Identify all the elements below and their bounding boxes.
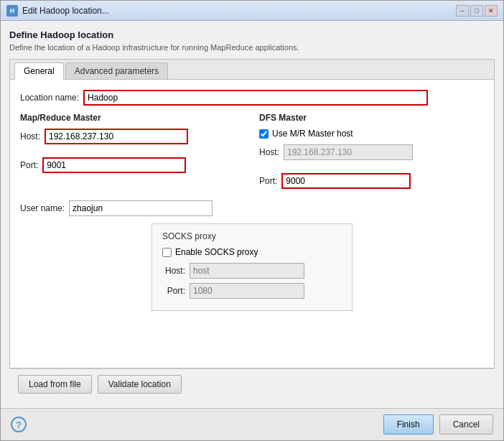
mr-master-title: Map/Reduce Master (20, 113, 245, 123)
mr-port-input[interactable] (42, 157, 186, 173)
master-columns: Map/Reduce Master Host: Port: (20, 113, 484, 196)
username-row: User name: (20, 200, 484, 216)
dfs-master-section: DFS Master Use M/R Master host Host: P (259, 113, 484, 196)
maximize-button[interactable]: □ (470, 5, 483, 17)
mr-host-row: Host: (20, 129, 245, 144)
socks-host-row: Host: (162, 263, 342, 279)
validate-location-button[interactable]: Validate location (98, 375, 182, 394)
tab-advanced[interactable]: Advanced parameters (65, 62, 168, 79)
socks-proxy-section: SOCKS proxy Enable SOCKS proxy Host: Por… (151, 223, 353, 311)
footer: ? Finish Cancel (1, 408, 503, 440)
dialog-title: Define Hadoop location (9, 29, 495, 40)
use-mr-host-checkbox[interactable] (259, 129, 269, 139)
dfs-host-label: Host: (259, 147, 279, 157)
location-name-row: Location name: (20, 90, 484, 106)
enable-socks-label: Enable SOCKS proxy (175, 247, 258, 257)
close-button[interactable]: ✕ (485, 5, 498, 17)
minimize-button[interactable]: − (456, 5, 469, 17)
dfs-host-port: Host: Port: (259, 144, 484, 196)
dfs-master-title: DFS Master (259, 113, 484, 123)
finish-button[interactable]: Finish (383, 414, 434, 435)
tabs-panel: General Advanced parameters Location nam… (9, 59, 495, 368)
dfs-port-row: Port: (259, 173, 484, 189)
socks-host-input[interactable] (190, 263, 304, 279)
main-window: H Edit Hadoop location... − □ ✕ Define H… (0, 0, 504, 441)
cancel-button[interactable]: Cancel (439, 414, 493, 435)
load-from-file-button[interactable]: Load from file (18, 375, 92, 394)
dfs-host-row: Host: (259, 144, 484, 160)
mr-host-input[interactable] (45, 129, 188, 144)
tab-general-content: Location name: Map/Reduce Master Host: (10, 80, 494, 368)
dfs-host-input[interactable] (284, 144, 413, 160)
socks-title: SOCKS proxy (162, 231, 342, 241)
window-body: Define Hadoop location Define the locati… (1, 21, 503, 408)
socks-port-label: Port: (162, 286, 185, 296)
location-name-label: Location name: (20, 93, 79, 103)
mr-master-section: Map/Reduce Master Host: Port: (20, 113, 245, 196)
dfs-port-input[interactable] (281, 173, 411, 189)
enable-socks-checkbox[interactable] (162, 248, 172, 257)
help-icon[interactable]: ? (11, 417, 27, 432)
use-mr-host-label: Use M/R Master host (272, 129, 353, 139)
mr-port-label: Port: (20, 160, 38, 170)
socks-port-input[interactable] (190, 283, 304, 299)
username-label: User name: (20, 203, 65, 213)
enable-socks-row: Enable SOCKS proxy (162, 247, 342, 257)
socks-host-label: Host: (162, 266, 185, 276)
username-input[interactable] (69, 200, 213, 216)
footer-buttons: Finish Cancel (383, 414, 493, 435)
title-bar: H Edit Hadoop location... − □ ✕ (1, 1, 503, 21)
window-icon: H (6, 5, 18, 17)
mr-host-port: Host: Port: (20, 129, 245, 180)
location-name-input[interactable] (83, 90, 428, 106)
socks-port-row: Port: (162, 283, 342, 299)
mr-host-label: Host: (20, 131, 40, 141)
dialog-description: Define the location of a Hadoop infrastr… (9, 43, 495, 52)
bottom-section: Load from file Validate location (9, 368, 495, 399)
mr-port-row: Port: (20, 157, 245, 173)
use-mr-host-row: Use M/R Master host (259, 129, 484, 139)
tab-general[interactable]: General (14, 62, 64, 80)
window-controls: − □ ✕ (456, 5, 498, 17)
dfs-port-label: Port: (259, 176, 277, 186)
tabs-header: General Advanced parameters (10, 60, 494, 80)
window-title: Edit Hadoop location... (22, 6, 456, 16)
